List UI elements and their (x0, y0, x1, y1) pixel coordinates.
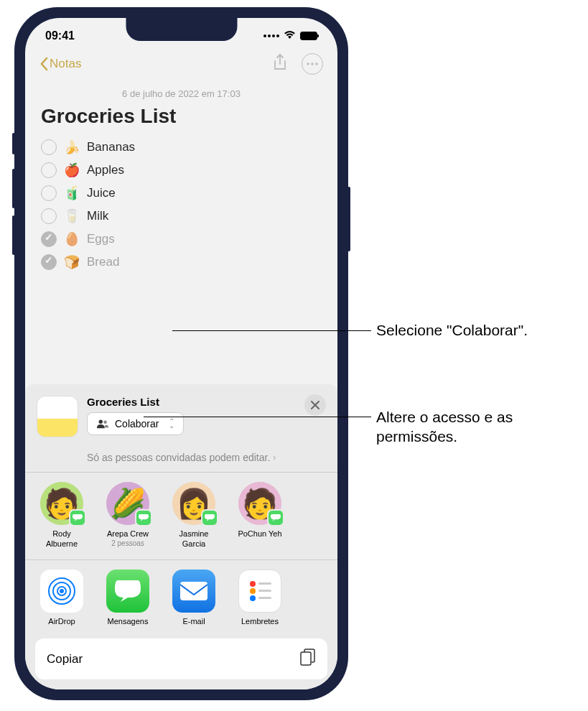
share-contact[interactable]: 🌽 Arepa Crew 2 pessoas (103, 482, 153, 549)
chevron-updown-icon: ⌃⌄ (169, 419, 174, 428)
messages-badge-icon (135, 509, 152, 526)
notes-nav-bar: Notas (25, 48, 337, 80)
copy-action[interactable]: Copiar (35, 638, 327, 679)
note-body: 6 de julho de 2022 em 17:03 Groceries Li… (25, 80, 337, 283)
svg-point-1 (311, 62, 313, 65)
checkbox[interactable] (41, 254, 57, 270)
item-text: Eggs (87, 232, 115, 246)
avatar: 👩 (172, 482, 215, 525)
contact-name: Rody Albuerne (37, 529, 87, 549)
app-label: Mensagens (108, 617, 149, 626)
checklist-item[interactable]: 🧃 Juice (41, 185, 322, 201)
close-button[interactable] (304, 394, 326, 416)
avatar: 🧑 (238, 482, 281, 525)
share-app-reminders[interactable]: Lembretes (235, 570, 285, 626)
callout-access: Altere o acesso e as permissões. (376, 407, 588, 447)
notes-app-icon (37, 396, 78, 437)
reminders-icon (238, 570, 281, 613)
checklist-item[interactable]: 🥛 Milk (41, 208, 322, 224)
svg-rect-14 (258, 590, 271, 592)
phone-frame: 09:41 Notas (14, 7, 348, 700)
checkbox[interactable] (41, 231, 57, 247)
callout-line (172, 330, 205, 331)
checklist-item[interactable]: 🍞 Bread (41, 254, 322, 270)
share-app-airdrop[interactable]: AirDrop (37, 570, 87, 626)
item-emoji: 🍌 (64, 139, 80, 155)
share-title: Groceries List (87, 396, 326, 408)
callout-collaborate: Selecione "Colaborar". (376, 320, 528, 340)
share-icon[interactable] (273, 54, 287, 74)
share-contact[interactable]: 🧑 PoChun Yeh (235, 482, 285, 549)
svg-point-4 (103, 420, 107, 424)
share-contact[interactable]: 🧑 Rody Albuerne (37, 482, 87, 549)
screen: 09:41 Notas (25, 18, 337, 689)
svg-point-10 (250, 581, 256, 587)
close-icon (311, 401, 319, 409)
item-emoji: 🥛 (64, 208, 80, 224)
checkbox[interactable] (41, 185, 57, 201)
checklist-item[interactable]: 🍎 Apples (41, 162, 322, 178)
item-text: Bananas (87, 140, 135, 154)
item-text: Milk (87, 209, 108, 223)
svg-point-12 (250, 595, 256, 601)
chevron-left-icon (39, 57, 48, 71)
app-label: Lembretes (241, 617, 279, 626)
item-emoji: 🍞 (64, 254, 80, 270)
share-contact[interactable]: 👩 Jasmine Garcia (169, 482, 219, 549)
collab-label: Colaborar (115, 418, 159, 429)
svg-rect-16 (301, 652, 311, 665)
copy-label: Copiar (47, 652, 83, 666)
wifi-icon (284, 29, 296, 42)
app-label: E-mail (182, 617, 205, 626)
contact-name: Arepa Crew (107, 529, 149, 539)
volume-up[interactable] (12, 169, 15, 208)
checkbox[interactable] (41, 208, 57, 224)
access-permissions-link[interactable]: Só as pessoas convidadas podem editar. › (25, 446, 337, 472)
mail-icon (172, 570, 215, 613)
messages-badge-icon (267, 509, 284, 526)
note-date: 6 de julho de 2022 em 17:03 (41, 88, 322, 99)
battery-icon (300, 32, 317, 40)
people-row: 🧑 Rody Albuerne 🌽 Arepa Crew 2 pessoas 👩… (25, 472, 337, 559)
svg-point-3 (99, 419, 103, 423)
messages-icon (106, 570, 149, 613)
item-text: Apples (87, 163, 124, 177)
volume-down[interactable] (12, 215, 15, 255)
checkbox[interactable] (41, 139, 57, 155)
collaborate-selector[interactable]: Colaborar ⌃⌄ (87, 412, 184, 435)
share-app-messages[interactable]: Mensagens (103, 570, 153, 626)
item-text: Juice (87, 186, 116, 200)
note-title: Groceries List (41, 105, 322, 128)
share-app-mail[interactable]: E-mail (169, 570, 219, 626)
svg-point-8 (60, 589, 64, 593)
share-sheet: Groceries List Colaborar ⌃⌄ Só as pessoa… (25, 384, 337, 690)
svg-rect-9 (180, 582, 207, 600)
callout-line (205, 330, 371, 331)
item-emoji: 🍎 (64, 162, 80, 178)
callout-line (144, 417, 371, 417)
checklist-item[interactable]: 🍌 Bananas (41, 139, 322, 155)
svg-point-11 (250, 588, 256, 594)
chevron-right-icon: › (273, 452, 276, 463)
avatar: 🧑 (40, 482, 83, 525)
apps-row: AirDrop Mensagens E-mail Lembretes (25, 559, 337, 638)
messages-badge-icon (69, 509, 86, 526)
back-label: Notas (50, 57, 81, 71)
back-button[interactable]: Notas (39, 57, 81, 71)
svg-point-0 (307, 62, 309, 65)
app-label: AirDrop (48, 617, 75, 626)
mute-switch[interactable] (12, 133, 15, 154)
checkbox[interactable] (41, 162, 57, 178)
svg-rect-15 (258, 597, 271, 599)
item-emoji: 🧃 (64, 185, 80, 201)
power-button[interactable] (347, 187, 350, 251)
signal-icon (263, 34, 279, 37)
svg-rect-13 (258, 582, 271, 585)
notch (126, 18, 237, 41)
checklist-item[interactable]: 🥚 Eggs (41, 231, 322, 247)
svg-point-2 (315, 62, 317, 65)
contact-sub: 2 pessoas (111, 539, 144, 547)
more-icon[interactable] (302, 53, 323, 75)
contact-name: PoChun Yeh (238, 529, 281, 539)
status-time: 09:41 (45, 29, 75, 42)
